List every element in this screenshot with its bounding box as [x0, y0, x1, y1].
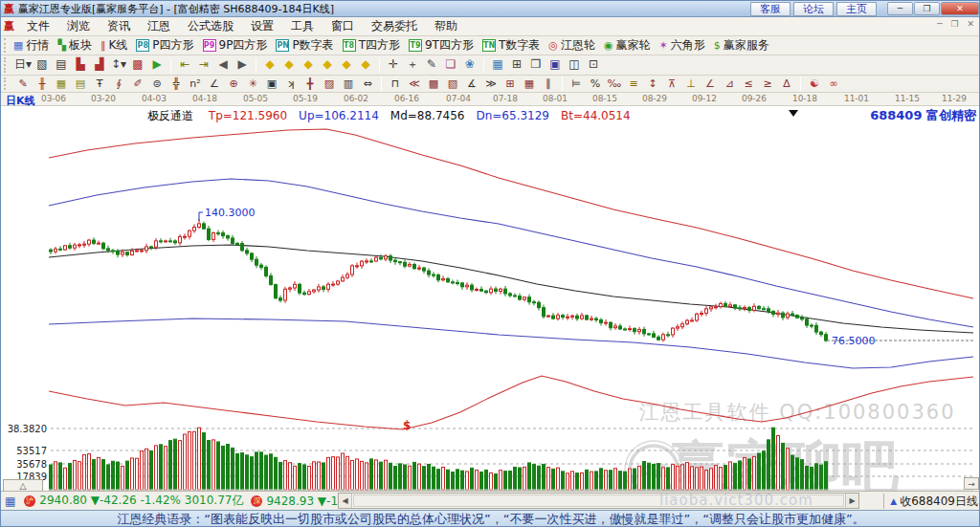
gann-wheel-button[interactable]: ◎江恩轮	[548, 37, 595, 54]
gann-diamond-2[interactable]: ◆	[279, 56, 299, 74]
gann-line-tool[interactable]: ╫	[33, 77, 52, 92]
printer-icon[interactable]: ◫	[565, 56, 584, 74]
kline-button[interactable]: ‖K线	[100, 37, 127, 54]
scrollbar-thumb[interactable]	[353, 494, 844, 507]
calendar-icon[interactable]: ▦	[488, 56, 507, 74]
scroll-left-button[interactable]: ◀	[339, 494, 352, 508]
right-triangle-tool[interactable]: ⊿	[720, 77, 739, 92]
chart-style[interactable]: ▧	[33, 56, 52, 74]
dense-grid-tool[interactable]: ╬	[167, 77, 186, 92]
time-divider-tool[interactable]: Ŧ	[90, 77, 109, 92]
menu-设置[interactable]: 设置	[242, 18, 282, 34]
period-selector[interactable]: 日▾	[13, 56, 33, 74]
gann-diamond-1[interactable]: ◆	[260, 56, 279, 74]
chart-arrow-button[interactable]: →	[964, 477, 979, 490]
measured-angle-tool[interactable]: ∡	[462, 77, 481, 92]
percent-tool[interactable]: %	[586, 77, 605, 92]
star-burst-tool[interactable]: ✳	[243, 77, 262, 92]
gann-diamond-4[interactable]: ◆	[318, 56, 337, 74]
titlebar-button-论坛[interactable]: 论坛	[793, 2, 834, 16]
restore-button[interactable]: ❐	[914, 2, 940, 15]
infinity-tool[interactable]: ∞	[824, 77, 843, 92]
column-grid-tool[interactable]: ▥	[339, 77, 358, 92]
t-number-button[interactable]: TNT数字表	[482, 37, 540, 54]
close-button[interactable]: ✕	[941, 2, 979, 15]
width-marker-tool[interactable]: ⇔	[358, 77, 377, 92]
k-marker-tool[interactable]: ʞ	[281, 77, 301, 92]
fill-grid-tool[interactable]: ▩	[424, 77, 443, 92]
quote-panel[interactable]: ▤	[52, 56, 71, 74]
less-angle-tool[interactable]: ≤	[739, 77, 758, 92]
greater-angle-tool[interactable]: ≥	[758, 77, 777, 92]
angle-tool[interactable]: ∠	[205, 77, 224, 92]
layout-save-icon[interactable]: ❐	[526, 56, 546, 74]
spiral-tool[interactable]: ∮	[109, 77, 128, 92]
box-chart-tool[interactable]: ▣	[262, 77, 281, 92]
arc-tool[interactable]: ⊓	[386, 77, 405, 92]
winner-service-button[interactable]: $赢家服务	[714, 37, 769, 54]
hatch-grid-tool[interactable]: ▧	[443, 77, 462, 92]
gann-grid-tool[interactable]: ▦	[52, 77, 71, 92]
mdi-window-controls[interactable]: ─ ❐ ✕	[937, 19, 977, 29]
red-cross-tool[interactable]: ╋	[301, 77, 320, 92]
titlebar-button-主页[interactable]: 主页	[836, 2, 877, 16]
scroll-right-button[interactable]: ▶	[845, 494, 858, 508]
yinyang-tool[interactable]: ☯	[805, 77, 824, 92]
target-circle-tool[interactable]: ⊕	[224, 77, 243, 92]
p-number-button[interactable]: PNP数字表	[276, 37, 333, 54]
top-marker-tool[interactable]: ⊼	[662, 77, 681, 92]
hexagon-button[interactable]: ✶六角形	[659, 37, 705, 54]
permille-tool[interactable]: ‰	[605, 77, 624, 92]
shade-grid-tool[interactable]: ▨	[320, 77, 339, 92]
menu-交易委托[interactable]: 交易委托	[363, 18, 426, 34]
parallel-lines-tool[interactable]: ∥	[539, 77, 558, 92]
draw-pen[interactable]: ✎	[422, 56, 441, 74]
indicator-window[interactable]: ▩	[128, 56, 147, 74]
last-bar[interactable]: ⇥	[194, 56, 213, 74]
delta-tool[interactable]: ∆	[777, 77, 796, 92]
market-grid-icon[interactable]: ▦	[5, 494, 15, 508]
t-square-button[interactable]: T8T四方形	[343, 37, 400, 54]
fan-left-tool[interactable]: ≪	[405, 77, 424, 92]
next-bar[interactable]: ▶	[233, 56, 252, 74]
minimize-button[interactable]: ─	[887, 2, 913, 15]
winner-wheel-button[interactable]: ◉赢家轮	[604, 37, 651, 54]
prev-bar[interactable]: ◀	[213, 56, 233, 74]
titlebar-button-客服[interactable]: 客服	[750, 2, 791, 16]
ratio-table-tool[interactable]: ⊨	[567, 77, 586, 92]
grid-fill-tool[interactable]: ▦	[520, 77, 539, 92]
gann-box-tool[interactable]: ▤	[71, 77, 90, 92]
menu-江恩[interactable]: 江恩	[139, 18, 179, 34]
scale-selector[interactable]: ↕▾	[109, 56, 128, 74]
zoom-out-candle[interactable]: ▙	[71, 56, 90, 74]
save-disk-icon[interactable]: ▣	[546, 56, 565, 74]
trend-pen-tool[interactable]: ✐	[128, 77, 147, 92]
sectors-button[interactable]: ▚板块	[57, 37, 91, 54]
computer-icon[interactable]: ⊡	[584, 56, 603, 74]
pencil-tool[interactable]: ✎	[13, 77, 33, 92]
menu-帮助[interactable]: 帮助	[426, 18, 466, 34]
market-index-1[interactable]: 沪2940.80 ▼-42.26 -1.42% 3010.77亿	[20, 493, 247, 509]
kline-chart[interactable]: 财赢江恩工具软件 QQ:100800360赢家聊吧38.382053517356…	[1, 106, 980, 491]
gann-diamond-5[interactable]: ◆	[337, 56, 356, 74]
p9-square-button[interactable]: P99P四方形	[203, 37, 268, 54]
calculator-icon[interactable]: ⊞	[507, 56, 526, 74]
first-bar[interactable]: ⇤	[175, 56, 194, 74]
menu-文件[interactable]: 文件	[18, 18, 58, 34]
angle-line-tool[interactable]: ∠	[701, 77, 720, 92]
crosshair[interactable]: ＋	[403, 56, 422, 74]
quotes-button[interactable]: ▦行情	[13, 37, 49, 54]
bottom-marker-tool[interactable]: ⊥	[681, 77, 701, 92]
n-square-tool[interactable]: n²	[186, 77, 205, 92]
menu-资讯[interactable]: 资讯	[99, 18, 139, 34]
range-tool[interactable]: ↕	[643, 77, 662, 92]
fan-right-tool[interactable]: ≫	[481, 77, 501, 92]
t9-square-button[interactable]: T99T四方形	[409, 37, 474, 54]
menu-窗口[interactable]: 窗口	[323, 18, 363, 34]
drag-hand[interactable]: ✛	[384, 56, 403, 74]
menu-公式选股[interactable]: 公式选股	[179, 18, 242, 34]
cycle-circle-tool[interactable]: ⊜	[147, 77, 167, 92]
gann-diamond-6[interactable]: ◆	[356, 56, 375, 74]
flag-marker[interactable]: ▶	[147, 56, 167, 74]
menu-浏览[interactable]: 浏览	[58, 18, 99, 34]
